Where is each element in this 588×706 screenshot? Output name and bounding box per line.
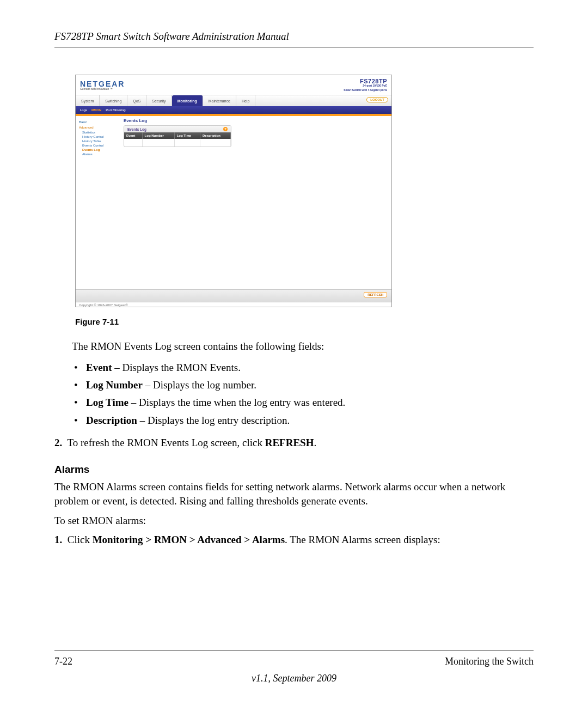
step-2: 2. To refresh the RMON Events Log screen…: [54, 436, 534, 450]
subtab-logs[interactable]: Logs: [80, 108, 87, 112]
list-item: Event – Displays the RMON Events.: [86, 359, 534, 376]
list-item: Log Number – Displays the log number.: [86, 376, 534, 394]
page-footer: 7-22 Monitoring the Switch v1.1, Septemb…: [54, 650, 534, 684]
events-log-panel: Events Log ? Event Log Number Log Time D…: [124, 125, 231, 147]
tab-security[interactable]: Security: [146, 95, 171, 106]
col-log-number: Log Number: [142, 132, 174, 139]
copyright: Copyright © 1996-2007 Netgear®: [76, 302, 391, 307]
sidebar-item-alarms[interactable]: Alarms: [79, 152, 118, 156]
brand-logo: NETGEAR: [80, 81, 125, 87]
subtab-rmon[interactable]: RMON: [91, 108, 101, 112]
col-event: Event: [124, 132, 142, 139]
logout-button[interactable]: LOGOUT: [366, 97, 388, 102]
footer-section: Monitoring the Switch: [445, 656, 534, 667]
tab-qos[interactable]: QoS: [127, 95, 146, 106]
tab-help[interactable]: Help: [236, 95, 255, 106]
sidebar-item-statistics[interactable]: Statistics: [79, 130, 118, 135]
alarms-lead: To set RMON alarms:: [54, 514, 534, 528]
sidebar-item-history-table[interactable]: History Table: [79, 139, 118, 143]
tab-monitoring[interactable]: Monitoring: [172, 95, 203, 106]
list-item: Description – Displays the log entry des…: [86, 412, 534, 429]
sidebar-advanced[interactable]: Advanced: [79, 125, 118, 130]
alarms-step-1: 1. Click Monitoring > RMON > Advanced > …: [54, 533, 534, 547]
list-item: Log Time – Displays the time when the lo…: [86, 394, 534, 411]
footer-version: v1.1, September 2009: [54, 673, 534, 684]
running-head: FS728TP Smart Switch Software Administra…: [54, 31, 534, 47]
col-log-time: Log Time: [174, 132, 200, 139]
model-sub2: Smart Switch with 4 Gigabit ports: [344, 88, 387, 92]
model-name: FS728TP: [344, 79, 387, 83]
sub-tabs: Logs RMON Port Mirroring: [76, 106, 391, 114]
screenshot: NETGEAR Connect with Innovation ™ FS728T…: [75, 75, 392, 307]
sidebar-item-events-log[interactable]: Events Log: [79, 148, 118, 152]
tab-system[interactable]: System: [76, 95, 100, 106]
sidebar-item-events-control[interactable]: Events Control: [79, 143, 118, 148]
panel-title: Events Log: [124, 118, 386, 123]
page-number: 7-22: [54, 656, 72, 667]
tab-switching[interactable]: Switching: [100, 95, 127, 106]
help-icon[interactable]: ?: [223, 127, 228, 131]
field-list: Event – Displays the RMON Events. Log Nu…: [54, 359, 534, 429]
panel-box-title: Events Log: [127, 127, 146, 131]
tab-maintenance[interactable]: Maintenance: [203, 95, 236, 106]
sidebar: Basic Advanced Statistics History Contro…: [76, 116, 118, 289]
sidebar-item-history-control[interactable]: History Control: [79, 135, 118, 139]
events-log-table: Event Log Number Log Time Description: [124, 132, 231, 147]
sidebar-basic[interactable]: Basic: [79, 119, 118, 125]
alarms-para: The RMON Alarms screen contains fields f…: [54, 480, 534, 508]
figure-caption: Figure 7-11: [75, 317, 513, 326]
col-description: Description: [200, 132, 231, 139]
figure: NETGEAR Connect with Innovation ™ FS728T…: [75, 75, 513, 326]
subtab-port-mirroring[interactable]: Port Mirroring: [106, 108, 125, 112]
alarms-heading: Alarms: [54, 464, 534, 476]
main-tabs: System Switching QoS Security Monitoring…: [76, 95, 391, 106]
refresh-button[interactable]: REFRESH: [364, 292, 387, 297]
screenshot-footer: REFRESH: [76, 289, 391, 302]
model-sub1: 24-port 10/100 PoE: [344, 83, 387, 88]
intro-para: The RMON Events Log screen contains the …: [54, 339, 534, 354]
